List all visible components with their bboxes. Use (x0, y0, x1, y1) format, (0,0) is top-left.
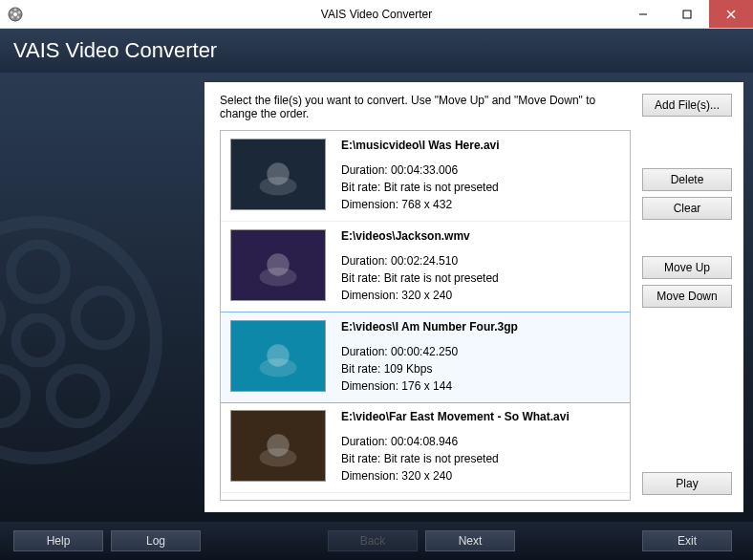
instruction-text: Select the file(s) you want to convert. … (220, 94, 631, 120)
bitrate-label: Bit rate: 109 Kbps (341, 360, 518, 377)
svg-point-14 (75, 291, 130, 345)
file-path: E:\musicvideo\I Was Here.avi (341, 139, 500, 152)
dimension-label: Dimension: 320 x 240 (341, 287, 499, 304)
thumbnail (230, 229, 326, 301)
next-button[interactable]: Next (425, 530, 515, 551)
svg-point-15 (51, 369, 105, 423)
thumbnail (230, 410, 326, 482)
file-meta: Duration: 00:04:08.946Bit rate: Bit rate… (341, 433, 570, 485)
file-list[interactable]: E:\musicvideo\I Was Here.aviDuration: 00… (220, 130, 631, 501)
file-meta: Duration: 00:00:42.250Bit rate: 109 Kbps… (341, 343, 518, 395)
file-meta: Duration: 00:04:33.006Bit rate: Bit rate… (341, 162, 500, 213)
svg-point-20 (260, 177, 297, 195)
svg-point-17 (0, 291, 1, 345)
bitrate-label: Bit rate: Bit rate is not preseted (341, 179, 500, 196)
dimension-label: Dimension: 176 x 144 (341, 377, 518, 395)
svg-point-5 (11, 15, 14, 18)
file-info: E:\musicvideo\I Was Here.aviDuration: 00… (341, 139, 500, 213)
svg-point-12 (16, 318, 61, 363)
dimension-label: Dimension: 768 x 432 (341, 196, 500, 213)
duration-label: Duration: 00:04:08.946 (341, 433, 570, 450)
add-files-button[interactable]: Add File(s)... (642, 94, 732, 117)
file-item[interactable]: E:\videos\I Am Number Four.3gpDuration: … (220, 312, 631, 403)
duration-label: Duration: 00:02:24.510 (341, 252, 499, 269)
duration-label: Duration: 00:04:33.006 (341, 162, 500, 179)
file-item[interactable]: E:\videos\Jackson.wmvDuration: 00:02:24.… (221, 222, 630, 312)
delete-button[interactable]: Delete (642, 168, 732, 191)
exit-button[interactable]: Exit (642, 530, 732, 551)
svg-point-6 (11, 11, 13, 13)
thumbnail (230, 320, 326, 392)
svg-point-4 (17, 15, 20, 18)
file-area: Select the file(s) you want to convert. … (220, 94, 631, 501)
footer: Help Log Back Next Exit (0, 522, 753, 560)
content-panel: Select the file(s) you want to convert. … (204, 82, 743, 512)
file-path: E:\videos\Jackson.wmv (341, 229, 499, 243)
svg-point-16 (0, 369, 26, 423)
window-controls (621, 0, 753, 28)
button-column: Add File(s)... Delete Clear Move Up Move… (642, 94, 732, 501)
svg-point-26 (260, 358, 297, 377)
sidebar (0, 73, 204, 522)
svg-rect-8 (683, 11, 691, 18)
thumbnail (230, 139, 326, 210)
svg-point-13 (11, 245, 65, 299)
maximize-button[interactable] (665, 0, 709, 28)
svg-point-1 (13, 12, 17, 16)
file-item[interactable]: E:\video\Far East Movement - So What.avi… (221, 402, 630, 493)
back-button: Back (328, 530, 418, 551)
app-header: VAIS Video Converter (0, 29, 753, 73)
svg-point-23 (260, 268, 297, 286)
move-up-button[interactable]: Move Up (642, 256, 732, 279)
duration-label: Duration: 00:00:42.250 (341, 343, 518, 360)
play-button[interactable]: Play (642, 472, 732, 495)
minimize-button[interactable] (621, 0, 665, 28)
film-reel-icon (0, 216, 162, 464)
close-button[interactable] (709, 0, 753, 28)
move-down-button[interactable]: Move Down (642, 285, 732, 308)
file-item[interactable]: E:\musicvideo\I Was Here.aviDuration: 00… (221, 131, 630, 222)
svg-point-3 (18, 11, 21, 13)
file-path: E:\videos\I Am Number Four.3gp (341, 320, 518, 334)
main-area: Select the file(s) you want to convert. … (0, 73, 753, 522)
svg-point-29 (260, 448, 297, 466)
file-info: E:\videos\I Am Number Four.3gpDuration: … (341, 320, 518, 395)
file-path: E:\video\Far East Movement - So What.avi (341, 410, 570, 423)
file-info: E:\videos\Jackson.wmvDuration: 00:02:24.… (341, 229, 499, 304)
file-info: E:\video\Far East Movement - So What.avi… (341, 410, 570, 485)
file-meta: Duration: 00:02:24.510Bit rate: Bit rate… (341, 252, 499, 304)
svg-point-2 (14, 8, 17, 11)
app-title: VAIS Video Converter (13, 38, 217, 63)
titlebar: VAIS Video Converter (0, 0, 753, 29)
bitrate-label: Bit rate: Bit rate is not preseted (341, 269, 499, 287)
clear-button[interactable]: Clear (642, 197, 732, 220)
app-icon (8, 7, 23, 22)
help-button[interactable]: Help (13, 530, 103, 551)
dimension-label: Dimension: 320 x 240 (341, 467, 570, 485)
log-button[interactable]: Log (111, 530, 201, 551)
window-title: VAIS Video Converter (321, 8, 432, 21)
bitrate-label: Bit rate: Bit rate is not preseted (341, 450, 570, 467)
